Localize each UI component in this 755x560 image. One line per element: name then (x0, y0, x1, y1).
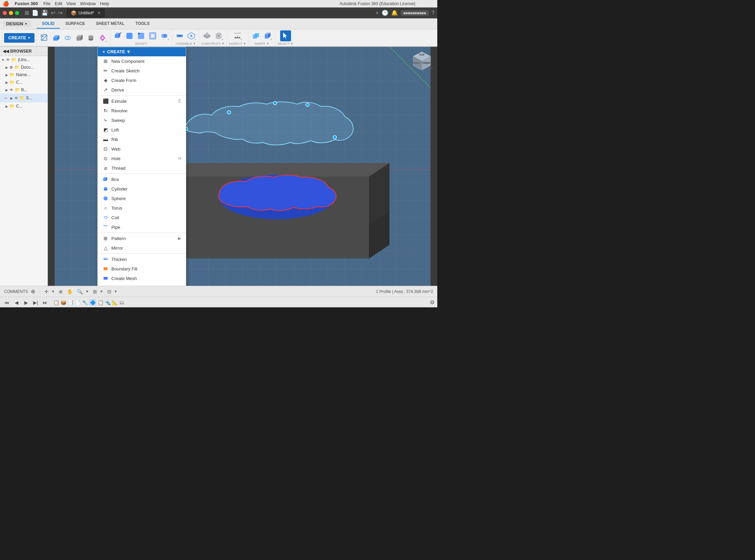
menu-rib[interactable]: ▬ Rib (98, 135, 186, 144)
help-icon[interactable]: ? (431, 10, 435, 16)
settings-icon[interactable]: ⚙ (430, 299, 435, 305)
cylinder-btn[interactable] (85, 32, 96, 43)
display-dropdown[interactable]: ▼ (100, 290, 103, 293)
browser-header[interactable]: ◀◀ BROWSER (0, 47, 47, 56)
menu-pattern[interactable]: ⊞ Pattern ▶ (98, 234, 186, 243)
menu-mirror[interactable]: △ Mirror (98, 243, 186, 253)
skip-forward-btn[interactable]: ⏭ (41, 298, 49, 307)
comments-add-icon[interactable]: ⊕ (31, 288, 35, 295)
sidebar-item-0[interactable]: ▼ 👁 📁 (Uns... (0, 56, 47, 64)
combine-btn[interactable] (159, 30, 170, 41)
step-back-btn[interactable]: ◀ (12, 298, 20, 307)
sketch-btn[interactable] (39, 32, 50, 43)
menu-create-form[interactable]: ◈ Create Form (98, 75, 186, 85)
gear-icon-1[interactable]: ⚙ (10, 65, 13, 70)
tab-close-icon[interactable]: ✕ (97, 11, 101, 15)
midplane-btn[interactable] (213, 30, 224, 41)
menu-torus[interactable]: ○ Torus (98, 203, 186, 213)
menu-cylinder[interactable]: Cylinder (98, 184, 186, 194)
menu-derive[interactable]: ↗ Derive (98, 85, 186, 95)
apple-logo[interactable]: 🍎 (3, 1, 9, 7)
tab-sheet-metal[interactable]: SHEET METAL (91, 19, 130, 29)
pan-icon[interactable]: ✋ (67, 289, 73, 294)
timeline-marker-4[interactable]: 📄 (75, 300, 81, 305)
grid-icon[interactable]: ⊞ (25, 10, 29, 16)
timeline-marker-2[interactable]: 📦 (60, 300, 66, 305)
shell-btn[interactable] (147, 30, 158, 41)
design-dropdown[interactable]: DESIGN ▼ (3, 20, 31, 27)
menu-view[interactable]: View (66, 1, 76, 6)
timeline-marker-10[interactable]: 🗂 (119, 300, 124, 305)
menu-sphere[interactable]: Sphere (98, 194, 186, 203)
sidebar-item-5[interactable]: → ▶ 👁 📁 S... (0, 94, 47, 102)
skip-back-btn[interactable]: ⏮ (3, 298, 11, 307)
menu-window[interactable]: Window (80, 1, 96, 6)
viewport[interactable]: TOP FRONT RIGHT x + CREATE ▼ ⊞ New Compo… (48, 47, 437, 286)
undo-icon[interactable]: ↩ (51, 10, 55, 16)
tab-tools[interactable]: TOOLS (130, 19, 155, 29)
play-btn[interactable]: ▶ (22, 298, 30, 307)
tab-solid[interactable]: SOLID (37, 19, 60, 29)
history-icon[interactable]: 🕐 (382, 10, 388, 16)
menu-create-sketch[interactable]: ✏ Create Sketch (98, 66, 186, 75)
display-mode-icon[interactable]: ⊞ (93, 289, 97, 294)
menu-edit[interactable]: Edit (55, 1, 62, 6)
timeline-marker-3[interactable]: 📑 (68, 300, 73, 305)
timeline-marker-9[interactable]: 📐 (112, 300, 118, 305)
maximize-button[interactable] (15, 11, 19, 15)
menu-box[interactable]: Box (98, 174, 186, 184)
collapse-icon[interactable]: ◀◀ (3, 49, 9, 54)
extrude-btn[interactable] (51, 32, 61, 43)
sidebar-item-2[interactable]: ▶ 📁 Name... (0, 71, 47, 79)
offset-plane-btn[interactable] (202, 30, 212, 41)
timeline-marker-1[interactable]: 📋 (53, 300, 59, 305)
select-btn[interactable] (280, 30, 291, 41)
box-btn[interactable] (74, 32, 85, 43)
menu-create-mesh[interactable]: Create Mesh (98, 274, 186, 283)
revolve-btn[interactable] (62, 32, 73, 43)
nav-cube[interactable]: TOP FRONT RIGHT x (410, 50, 434, 74)
menu-create-mesh-section-sketch[interactable]: Create Mesh Section Sketch (98, 283, 186, 286)
create-more-btn[interactable] (97, 32, 108, 43)
sidebar-item-1[interactable]: ▶ ⚙ 📁 Docu... (0, 64, 47, 71)
menu-sweep[interactable]: ⤷ Sweep (98, 115, 186, 125)
press-pull-btn[interactable] (112, 30, 123, 41)
transform-icon[interactable]: ✛ (44, 289, 49, 294)
menu-coil[interactable]: Coil (98, 213, 186, 222)
close-button[interactable] (3, 11, 7, 15)
timeline-marker-active[interactable]: 🔷 (89, 299, 96, 306)
sidebar-item-6[interactable]: ▶ 📁 C... (0, 102, 47, 110)
grid-display-icon[interactable]: ⊟ (107, 289, 111, 294)
fillet-btn[interactable] (124, 30, 135, 41)
chamfer-btn[interactable] (136, 30, 147, 41)
transform-dropdown[interactable]: ▼ (51, 290, 55, 293)
timeline-marker-5[interactable]: 🔧 (82, 300, 88, 305)
menu-help[interactable]: Help (100, 1, 109, 6)
new-file-icon[interactable]: 📄 (32, 10, 39, 16)
menu-new-component[interactable]: ⊞ New Component (98, 56, 186, 66)
insert-derive-btn[interactable] (250, 30, 261, 41)
menu-hole[interactable]: ⊙ Hole H (98, 154, 186, 163)
create-dropdown-button[interactable]: CREATE ▼ (4, 33, 35, 43)
sidebar-item-4[interactable]: ▶ 👁 📁 B... (0, 86, 47, 94)
timeline-marker-7[interactable]: 📋 (98, 300, 104, 305)
active-tab[interactable]: 📦 Untitled* ✕ (67, 9, 105, 17)
eye-icon-4[interactable]: 👁 (10, 88, 13, 92)
redo-icon[interactable]: ↪ (58, 10, 63, 16)
menu-thread[interactable]: ⌀ Thread (98, 163, 186, 173)
save-icon[interactable]: 💾 (41, 10, 48, 16)
menu-web[interactable]: ⊡ Web (98, 144, 186, 154)
grid-dropdown[interactable]: ▼ (114, 290, 118, 293)
add-tab-icon[interactable]: + (375, 10, 379, 16)
eye-icon-5[interactable]: 👁 (14, 96, 18, 100)
user-label[interactable]: ■■■■■■■■■■ (401, 10, 429, 16)
notifications-icon[interactable]: 🔔 (391, 10, 398, 16)
menu-boundary-fill[interactable]: Boundary Fill (98, 264, 186, 274)
menu-pipe[interactable]: Pipe (98, 222, 186, 232)
step-forward-btn[interactable]: ▶| (31, 298, 40, 307)
menu-revolve[interactable]: ↻ Revolve (98, 106, 186, 115)
dropdown-header[interactable]: + CREATE ▼ (98, 47, 186, 56)
zoom-dropdown[interactable]: ▼ (85, 290, 89, 293)
comments-label[interactable]: COMMENTS (4, 289, 28, 294)
orbit-icon[interactable]: ⊕ (59, 289, 63, 294)
